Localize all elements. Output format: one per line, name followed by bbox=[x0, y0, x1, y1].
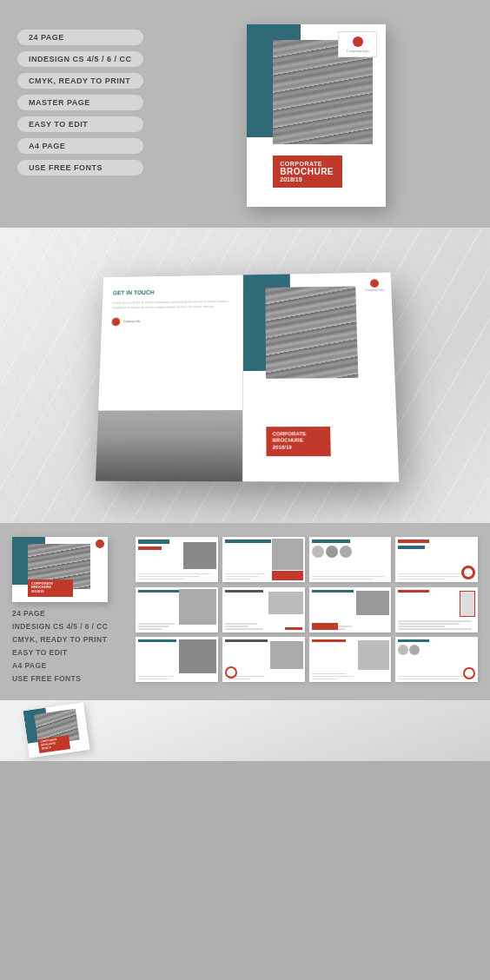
open-brochure: Get in touch Lorem ipsum dolor sit amet … bbox=[96, 272, 399, 481]
right-page: Company logo CORPORATEBROCHURE2018/19 bbox=[243, 272, 399, 481]
bottom-section: CORPORATEBROCHURE2018/19 24 PAGEINDESIGN… bbox=[0, 523, 490, 700]
mini-title: CORPORATEBROCHURE2018/19 bbox=[31, 582, 70, 594]
feature-tag: 24 PAGE bbox=[17, 30, 143, 45]
thumb-6 bbox=[222, 587, 305, 632]
bottom-feature-tag: INDESIGN CS 4/5 / 6 / CC bbox=[12, 622, 125, 631]
right-building-texture bbox=[265, 286, 358, 378]
city-silhouette bbox=[96, 410, 242, 481]
left-page-cta: Contact Us bbox=[111, 316, 232, 326]
left-page-heading: Get in touch bbox=[113, 288, 233, 296]
feature-tag: EASY TO EDIT bbox=[17, 116, 143, 132]
cover-red-box: CORPORATE BROCHURE 2018/19 bbox=[273, 156, 342, 188]
cover-title-brochure: BROCHURE bbox=[280, 167, 335, 176]
right-logo-circle bbox=[370, 279, 379, 288]
thumb-7 bbox=[309, 587, 392, 632]
bottom-feature-tag: A4 PAGE bbox=[12, 661, 125, 670]
thumb-accent bbox=[138, 546, 162, 550]
brochure-cover: Company logo CORPORATE BROCHURE 2018/19 bbox=[247, 24, 386, 207]
cover-year: 2018/19 bbox=[280, 176, 335, 182]
thumb-1 bbox=[136, 537, 218, 582]
feature-tag: USE FREE FONTS bbox=[17, 160, 143, 175]
thumb-2 bbox=[222, 537, 305, 582]
features-list-top: 24 PAGEINDESIGN CS 4/5 / 6 / CCCMYK, REA… bbox=[17, 24, 143, 207]
bottom-marble-strip: CORPORATEBROCHURE2018/19 bbox=[0, 700, 490, 761]
feature-tag: INDESIGN CS 4/5 / 6 / CC bbox=[17, 51, 143, 67]
right-logo: Company logo bbox=[364, 279, 384, 292]
bottom-feature-tag: CMYK, READY TO PRINT bbox=[12, 635, 125, 644]
thumb-9 bbox=[136, 637, 218, 682]
thumb-5 bbox=[136, 587, 218, 632]
bmc-title: CORPORATEBROCHURE2018/19 bbox=[41, 738, 68, 752]
mini-cover: CORPORATEBROCHURE2018/19 bbox=[12, 537, 108, 602]
bottom-feature-tag: USE FREE FONTS bbox=[12, 674, 125, 683]
left-page-body: Lorem ipsum dolor sit amet consectetur a… bbox=[112, 299, 232, 311]
cover-mockup: Company logo CORPORATE BROCHURE 2018/19 bbox=[161, 24, 473, 207]
bmc-red-box: CORPORATEBROCHURE2018/19 bbox=[37, 735, 70, 753]
thumb-12 bbox=[395, 637, 478, 682]
right-building bbox=[265, 286, 358, 378]
thumb-11 bbox=[309, 637, 392, 682]
mini-logo-circle bbox=[96, 540, 104, 548]
city-image bbox=[96, 410, 242, 481]
thumb-4 bbox=[395, 537, 478, 582]
middle-section: Get in touch Lorem ipsum dolor sit amet … bbox=[0, 228, 490, 523]
top-section: 24 PAGEINDESIGN CS 4/5 / 6 / CCCMYK, REA… bbox=[0, 0, 490, 228]
mini-red-box: CORPORATEBROCHURE2018/19 bbox=[28, 579, 73, 597]
bottom-features: 24 PAGEINDESIGN CS 4/5 / 6 / CCCMYK, REA… bbox=[12, 609, 125, 683]
logo-circle bbox=[353, 36, 363, 47]
thumb-bar bbox=[138, 540, 169, 544]
feature-tag: A4 PAGE bbox=[17, 138, 143, 154]
cta-text: Contact Us bbox=[123, 320, 140, 324]
logo-text: Company logo bbox=[347, 49, 369, 53]
bottom-left: CORPORATEBROCHURE2018/19 24 PAGEINDESIGN… bbox=[12, 537, 125, 683]
cover-title-corporate: CORPORATE bbox=[280, 161, 335, 167]
thumb-8 bbox=[395, 587, 478, 632]
bottom-feature-tag: EASY TO EDIT bbox=[12, 648, 125, 657]
thumbnails-grid bbox=[136, 537, 478, 683]
right-red-box: CORPORATEBROCHURE2018/19 bbox=[266, 427, 330, 457]
right-logo-label: Company logo bbox=[365, 288, 385, 292]
cta-circle bbox=[111, 317, 120, 326]
thumb-3 bbox=[309, 537, 392, 582]
feature-tag: CMYK, READY TO PRINT bbox=[17, 73, 143, 89]
cover-logo-area: Company logo bbox=[338, 31, 377, 57]
thumb-img bbox=[183, 542, 216, 569]
feature-tag: MASTER PAGE bbox=[17, 95, 143, 110]
thumb-10 bbox=[222, 637, 305, 682]
right-title: CORPORATEBROCHURE2018/19 bbox=[273, 431, 325, 452]
left-page: Get in touch Lorem ipsum dolor sit amet … bbox=[96, 275, 243, 481]
bottom-marble-cover: CORPORATEBROCHURE2018/19 bbox=[23, 702, 90, 758]
bottom-feature-tag: 24 PAGE bbox=[12, 609, 125, 618]
